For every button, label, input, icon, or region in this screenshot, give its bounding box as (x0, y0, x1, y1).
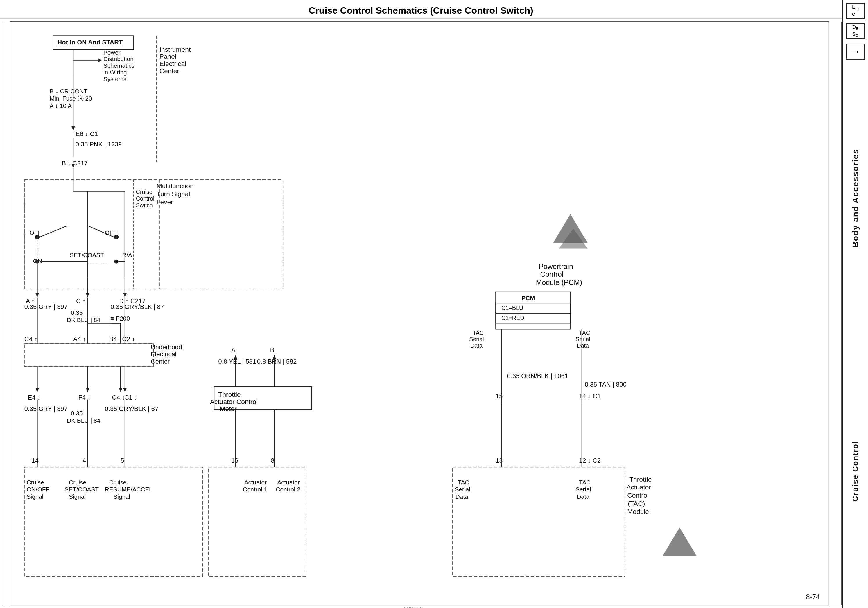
svg-text:Data: Data (470, 342, 482, 349)
svg-text:500553: 500553 (404, 606, 423, 608)
svg-marker-20 (71, 126, 75, 131)
svg-text:14 ↓ C1: 14 ↓ C1 (579, 392, 601, 400)
svg-marker-5 (98, 59, 102, 62)
svg-text:Throttle: Throttle (629, 475, 652, 483)
main-content: Cruise Control Schematics (Cruise Contro… (0, 0, 842, 608)
svg-text:Throttle: Throttle (219, 391, 241, 398)
svg-text:B ↓ CR CONT: B ↓ CR CONT (50, 88, 88, 95)
svg-text:DK BLU | 84: DK BLU | 84 (67, 417, 100, 424)
svg-text:Power: Power (104, 49, 121, 56)
svg-marker-67 (123, 293, 127, 298)
svg-text:C1=BLU: C1=BLU (501, 305, 523, 311)
svg-text:0.8 BRN | 582: 0.8 BRN | 582 (257, 358, 297, 365)
svg-text:TAC: TAC (473, 330, 484, 336)
svg-text:0.35: 0.35 (71, 410, 82, 416)
svg-text:Control: Control (540, 270, 564, 278)
svg-marker-58 (36, 293, 39, 298)
svg-marker-176 (662, 527, 697, 556)
svg-text:Signal: Signal (27, 493, 43, 500)
svg-text:Control: Control (136, 195, 155, 202)
svg-text:Instrument: Instrument (160, 46, 191, 53)
svg-text:8-74: 8-74 (806, 593, 820, 601)
loc-icon-box[interactable]: LOC (846, 3, 865, 19)
svg-text:0.35 GRY/BLK | 87: 0.35 GRY/BLK | 87 (105, 405, 158, 413)
svg-text:Hot In ON And START: Hot In ON And START (57, 39, 123, 46)
svg-text:E6 ↓ C1: E6 ↓ C1 (76, 130, 98, 138)
svg-text:Cruise: Cruise (109, 479, 127, 485)
svg-text:C4 ↑: C4 ↑ (25, 335, 37, 343)
svg-marker-62 (86, 293, 90, 298)
svg-text:Turn Signal: Turn Signal (157, 190, 190, 198)
desc-icon: DESC (852, 25, 858, 38)
desc-icon-box[interactable]: DESC (846, 23, 865, 39)
svg-text:0.35 TAN | 800: 0.35 TAN | 800 (585, 381, 626, 388)
svg-marker-89 (86, 388, 90, 392)
arrow-icon: → (851, 46, 860, 57)
svg-text:A4 ↑: A4 ↑ (73, 335, 86, 343)
svg-text:Systems: Systems (104, 76, 127, 82)
svg-text:C2=RED: C2=RED (501, 315, 524, 321)
svg-text:Data: Data (577, 493, 589, 500)
svg-text:Serial: Serial (469, 336, 484, 342)
svg-text:Cruise: Cruise (27, 479, 44, 485)
svg-text:Actuator: Actuator (626, 483, 651, 491)
svg-text:OFF: OFF (105, 229, 117, 236)
svg-line-38 (40, 225, 67, 237)
svg-text:TAC: TAC (579, 330, 590, 336)
loc-icon: LOC (852, 5, 859, 17)
svg-text:0.35 GRY | 397: 0.35 GRY | 397 (25, 405, 68, 413)
svg-text:Serial: Serial (575, 486, 591, 493)
svg-text:14: 14 (32, 457, 39, 464)
svg-text:Lever: Lever (157, 198, 173, 206)
svg-text:Serial: Serial (455, 486, 470, 493)
svg-text:OFF: OFF (29, 229, 42, 236)
svg-text:Distribution: Distribution (104, 56, 133, 62)
arrow-icon-box[interactable]: → (846, 43, 865, 60)
svg-text:B ↓ C217: B ↓ C217 (62, 160, 87, 167)
svg-marker-93 (123, 388, 127, 392)
svg-text:B4: B4 (109, 335, 117, 343)
svg-text:Panel: Panel (160, 53, 176, 60)
svg-text:C4 ↓: C4 ↓ (112, 394, 125, 401)
svg-text:5: 5 (121, 457, 124, 464)
svg-text:16: 16 (231, 457, 238, 464)
svg-text:Electrical: Electrical (160, 60, 186, 67)
svg-text:0.8 YEL | 581: 0.8 YEL | 581 (219, 358, 256, 365)
svg-marker-91 (119, 388, 122, 392)
svg-text:0.35 GRY/BLK | 87: 0.35 GRY/BLK | 87 (111, 303, 164, 310)
right-sidebar: LOC DESC → Body and Accessories Cruise C… (842, 0, 868, 608)
svg-text:Center: Center (160, 67, 180, 75)
svg-text:15: 15 (496, 392, 502, 400)
svg-text:0.35 GRY | 397: 0.35 GRY | 397 (25, 303, 68, 310)
svg-text:Data: Data (456, 493, 468, 500)
svg-text:(TAC): (TAC) (628, 499, 645, 507)
svg-text:PCM: PCM (521, 295, 535, 301)
svg-text:Signal: Signal (69, 493, 86, 500)
svg-text:Center: Center (151, 358, 170, 365)
svg-text:Data: Data (577, 342, 589, 349)
svg-point-55 (114, 259, 118, 264)
svg-text:SET/COAST: SET/COAST (70, 252, 104, 258)
svg-text:Electrical: Electrical (151, 351, 176, 358)
svg-text:TAC: TAC (458, 479, 470, 485)
svg-text:Multifunction: Multifunction (157, 182, 194, 190)
sidebar-top-label: Body and Accessories (851, 64, 860, 332)
svg-rect-78 (25, 344, 153, 366)
sidebar-bottom-label: Cruise Control (851, 337, 860, 605)
svg-text:Switch: Switch (136, 202, 153, 208)
svg-text:A: A (231, 346, 236, 354)
svg-text:F4 ↓: F4 ↓ (78, 394, 91, 401)
svg-marker-87 (36, 388, 39, 392)
svg-text:TAC: TAC (579, 479, 591, 485)
svg-point-50 (114, 235, 119, 239)
svg-text:Motor: Motor (220, 405, 237, 413)
svg-text:Mini Fuse Ⓑ 20: Mini Fuse Ⓑ 20 (50, 95, 92, 102)
svg-text:C ↑: C ↑ (76, 297, 86, 305)
svg-rect-0 (10, 22, 829, 605)
svg-text:A ↓ 10 A: A ↓ 10 A (50, 102, 72, 109)
svg-text:4: 4 (82, 457, 86, 464)
svg-text:Underhood: Underhood (151, 344, 182, 351)
svg-text:Control 1: Control 1 (243, 486, 267, 493)
svg-text:Control: Control (627, 492, 648, 499)
schematic-svg: Hot In ON And START Power Distribution S… (0, 19, 842, 608)
